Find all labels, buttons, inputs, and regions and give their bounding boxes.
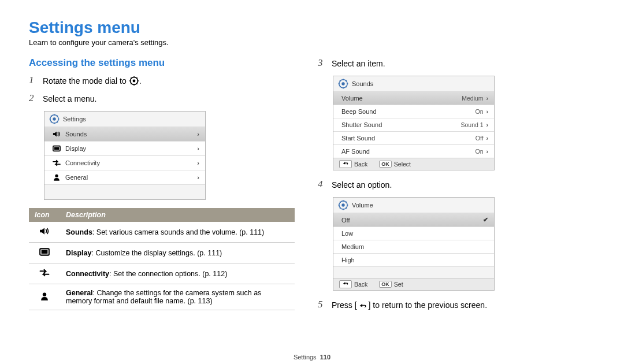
ui-sounds-menu: Sounds Volume Medium › Beep Sound On › S… [333, 76, 495, 170]
chevron-right-icon: › [486, 95, 489, 102]
connectivity-icon [39, 271, 50, 279]
page-footer: Settings 110 [0, 354, 624, 361]
check-icon: ✔ [483, 216, 488, 224]
table-head-icon: Icon [29, 208, 60, 222]
sounds-item-start[interactable]: Start Sound Off › [333, 131, 494, 144]
display-icon [53, 144, 61, 153]
footer-back[interactable]: Back [333, 158, 373, 170]
sounds-item-af[interactable]: AF Sound On › [333, 144, 494, 158]
display-icon [39, 250, 50, 258]
sound-icon [53, 130, 61, 138]
step-2-text: Select a menu. [43, 92, 96, 105]
footer-set[interactable]: OK Set [373, 278, 408, 290]
back-icon [339, 280, 352, 288]
icon-description-table: Icon Description Sounds: Set various cam… [29, 208, 295, 310]
sounds-item-beep[interactable]: Beep Sound On › [333, 105, 494, 118]
step-1-text: Rotate the mode dial to . [43, 75, 142, 89]
gear-icon [338, 200, 348, 210]
chevron-right-icon: › [486, 135, 489, 142]
section-heading: Accessing the settings menu [29, 57, 295, 69]
page-subtitle: Learn to configure your camera's setting… [29, 38, 595, 47]
ui-title: Volume [352, 202, 373, 209]
ok-key-icon: OK [379, 161, 392, 168]
menu-item-sounds[interactable]: Sounds › [44, 127, 205, 141]
menu-item-connectivity[interactable]: Connectivity › [44, 155, 205, 170]
chevron-right-icon: › [197, 159, 199, 166]
step-3-text: Select an item. [332, 57, 385, 70]
step-5-text: Press [] to return to the previous scree… [332, 299, 487, 313]
sound-icon [39, 229, 50, 237]
menu-item-general[interactable]: General › [44, 170, 205, 184]
footer-select[interactable]: OK Select [373, 158, 417, 170]
volume-option-low[interactable]: Low [333, 226, 494, 240]
step-number: 3 [318, 57, 328, 69]
chevron-right-icon: › [197, 174, 199, 181]
volume-option-off[interactable]: Off ✔ [333, 213, 494, 226]
chevron-right-icon: › [486, 108, 489, 115]
sounds-item-volume[interactable]: Volume Medium › [333, 91, 494, 105]
ui-title: Settings [63, 116, 86, 122]
gear-icon [338, 79, 348, 89]
chevron-right-icon: › [197, 145, 199, 152]
step-number: 4 [318, 179, 328, 190]
general-icon [39, 295, 50, 303]
ui-title: Sounds [352, 80, 373, 87]
chevron-right-icon: › [486, 121, 489, 128]
back-icon [358, 301, 368, 313]
chevron-right-icon: › [486, 148, 489, 155]
table-row: Sounds: Set various camera sounds and th… [29, 222, 295, 243]
volume-option-medium[interactable]: Medium [333, 240, 494, 253]
page-title: Settings menu [29, 18, 595, 37]
chevron-right-icon: › [197, 131, 199, 138]
menu-item-display[interactable]: Display › [44, 141, 205, 155]
table-head-description: Description [60, 208, 295, 222]
sounds-item-shutter[interactable]: Shutter Sound Sound 1 › [333, 118, 494, 131]
volume-option-high[interactable]: High [333, 253, 494, 266]
step-number: 2 [29, 92, 39, 104]
connectivity-icon [53, 159, 61, 167]
step-number: 5 [318, 299, 328, 310]
back-icon [339, 160, 352, 168]
ui-volume-menu: Volume Off ✔ Low Medium High Back [333, 197, 495, 291]
general-icon [53, 173, 61, 181]
step-4-text: Select an option. [332, 179, 392, 191]
gear-icon [49, 114, 60, 124]
ok-key-icon: OK [379, 281, 392, 288]
ui-settings-menu: Settings Sounds › Display › Connectivity… [44, 111, 206, 200]
gear-icon [129, 76, 139, 89]
table-row: Display: Customize the display settings.… [29, 243, 295, 263]
table-row: General: Change the settings for the cam… [29, 284, 295, 310]
step-number: 1 [29, 75, 39, 86]
table-row: Connectivity: Set the connection options… [29, 263, 295, 284]
footer-back[interactable]: Back [333, 278, 373, 290]
